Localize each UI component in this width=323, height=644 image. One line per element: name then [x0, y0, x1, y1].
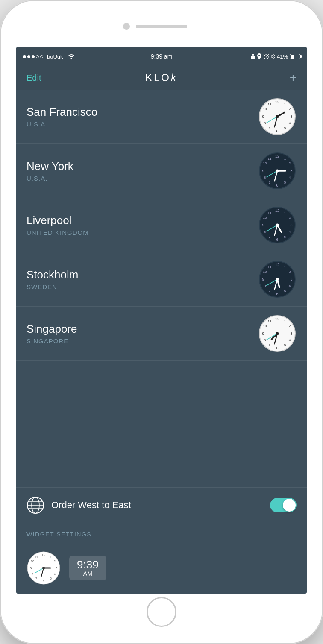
front-camera — [123, 23, 130, 30]
battery-fill — [291, 55, 294, 59]
svg-text:10: 10 — [263, 270, 267, 274]
svg-text:2: 2 — [289, 216, 291, 220]
svg-text:9: 9 — [30, 566, 32, 570]
svg-text:5: 5 — [284, 126, 286, 130]
svg-text:3: 3 — [290, 277, 292, 281]
svg-text:10: 10 — [263, 161, 267, 165]
edit-button[interactable]: Edit — [26, 73, 94, 83]
widget-analog-clock[interactable]: 12 3 6 9 1 2 4 5 11 10 8 7 — [26, 551, 61, 585]
city-clock: 12 3 6 9 1 2 4 5 11 10 8 7 — [258, 314, 297, 353]
city-list: San Francisco U.S.A. 12 3 6 9 1 2 4 5 11… — [16, 90, 307, 487]
city-name: New York — [26, 160, 258, 173]
svg-text:4: 4 — [289, 121, 291, 125]
city-item[interactable]: San Francisco U.S.A. 12 3 6 9 1 2 4 5 11… — [16, 90, 307, 144]
svg-text:10: 10 — [263, 107, 267, 111]
city-country: UNITED KINGDOM — [26, 229, 258, 236]
city-item[interactable]: Singapore SINGAPORE 12 3 6 9 1 2 4 5 11 … — [16, 307, 307, 361]
lock-icon — [250, 53, 255, 59]
city-name: Stockholm — [26, 268, 258, 281]
svg-text:5: 5 — [50, 577, 52, 580]
svg-text:4: 4 — [289, 338, 291, 342]
widget-settings-header: WIDGET SETTINGS — [16, 523, 307, 542]
city-name: San Francisco — [26, 105, 258, 119]
globe-icon — [26, 496, 44, 514]
svg-text:5: 5 — [284, 181, 286, 184]
city-item[interactable]: Liverpool UNITED KINGDOM 12 3 6 9 1 2 4 … — [16, 198, 307, 252]
speaker-top — [136, 25, 187, 28]
carrier-label: buUuk — [47, 53, 63, 60]
svg-text:8: 8 — [264, 338, 266, 342]
svg-text:9: 9 — [262, 114, 264, 119]
svg-text:6: 6 — [276, 183, 278, 187]
svg-text:2: 2 — [289, 324, 291, 328]
battery-percent: 41% — [277, 53, 288, 60]
wifi-icon — [68, 53, 75, 60]
svg-text:11: 11 — [268, 157, 272, 161]
svg-text:3: 3 — [290, 331, 292, 336]
signal-dot-5 — [40, 55, 43, 58]
city-item[interactable]: New York U.S.A. 12 3 6 9 1 2 4 5 11 10 8… — [16, 144, 307, 198]
svg-point-18 — [276, 115, 279, 118]
svg-text:11: 11 — [268, 211, 272, 215]
signal-dot-1 — [23, 55, 26, 58]
svg-text:4: 4 — [289, 230, 291, 234]
svg-text:8: 8 — [264, 121, 266, 125]
svg-text:5: 5 — [284, 235, 286, 239]
svg-text:11: 11 — [268, 102, 272, 106]
city-clock: 12 3 6 9 1 2 4 5 11 10 8 7 — [258, 97, 297, 136]
svg-text:1: 1 — [284, 157, 286, 161]
city-clock: 12 3 6 9 1 2 4 5 11 10 8 7 — [258, 152, 297, 190]
add-button[interactable]: + — [229, 71, 297, 85]
svg-text:7: 7 — [269, 289, 271, 293]
svg-text:5: 5 — [284, 343, 286, 347]
svg-text:8: 8 — [264, 176, 266, 179]
svg-text:2: 2 — [54, 560, 56, 563]
svg-text:1: 1 — [284, 319, 286, 323]
signal-dots — [23, 55, 43, 58]
svg-text:3: 3 — [56, 566, 58, 570]
svg-text:8: 8 — [32, 573, 33, 576]
order-toggle-switch[interactable] — [270, 498, 297, 512]
svg-text:12: 12 — [275, 100, 279, 104]
nav-bar: Edit KLOk + — [16, 66, 307, 90]
status-left: buUuk — [23, 53, 115, 60]
widget-digital-time[interactable]: 9:39 AM — [69, 556, 106, 580]
phone-frame: buUuk 9:39 am 41% — [0, 0, 323, 644]
svg-text:3: 3 — [290, 114, 292, 119]
svg-point-35 — [276, 170, 279, 173]
svg-text:6: 6 — [276, 292, 278, 296]
svg-text:11: 11 — [268, 265, 272, 269]
svg-text:6: 6 — [43, 579, 45, 583]
svg-text:9: 9 — [262, 277, 264, 281]
svg-text:7: 7 — [269, 343, 271, 347]
svg-text:1: 1 — [50, 556, 52, 559]
svg-text:12: 12 — [275, 208, 279, 213]
svg-text:12: 12 — [42, 553, 46, 557]
svg-text:6: 6 — [276, 237, 278, 242]
status-bar: buUuk 9:39 am 41% — [16, 47, 307, 66]
phone-screen: buUuk 9:39 am 41% — [16, 47, 307, 594]
city-item[interactable]: Stockholm SWEDEN 12 3 6 9 1 2 4 5 11 10 … — [16, 252, 307, 307]
svg-text:4: 4 — [289, 176, 291, 179]
city-country: U.S.A. — [26, 120, 258, 128]
city-name: Singapore — [26, 322, 258, 336]
city-country: SWEDEN — [26, 283, 258, 290]
svg-text:7: 7 — [35, 577, 37, 580]
status-time: 9:39 am — [115, 53, 208, 60]
city-country: SINGAPORE — [26, 337, 258, 345]
svg-text:3: 3 — [290, 223, 292, 227]
svg-text:10: 10 — [263, 216, 267, 220]
toggle-thumb — [283, 499, 296, 512]
location-icon — [257, 53, 261, 59]
svg-text:4: 4 — [54, 573, 56, 576]
home-button[interactable] — [147, 597, 176, 627]
svg-text:2: 2 — [289, 161, 291, 165]
city-clock: 12 3 6 9 1 2 4 5 11 10 8 7 — [258, 260, 297, 299]
alarm-icon — [263, 53, 269, 59]
svg-text:12: 12 — [275, 317, 279, 321]
svg-text:10: 10 — [31, 560, 34, 563]
svg-point-52 — [276, 224, 279, 227]
svg-text:9: 9 — [262, 169, 264, 173]
svg-point-108 — [42, 567, 45, 569]
battery-tip — [300, 55, 302, 58]
